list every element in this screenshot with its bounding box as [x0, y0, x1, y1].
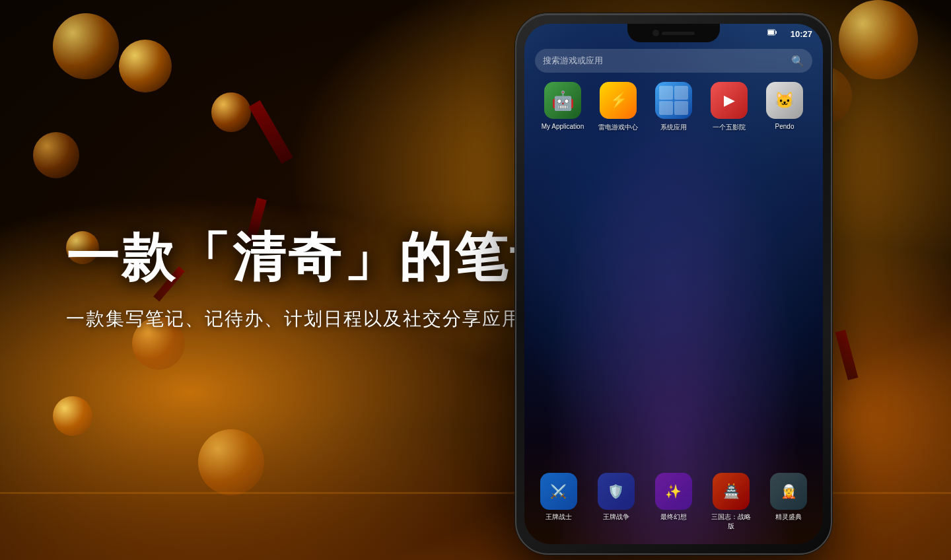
ribbon	[245, 197, 267, 244]
phone-screen: 10:27 搜索游戏或应用 🔍 🤖 My Application	[524, 24, 823, 544]
bokeh-orb	[33, 132, 79, 178]
game-img-5: 🧝	[770, 473, 807, 510]
game-img-3: ✨	[655, 473, 692, 510]
game-item-4[interactable]: 🏯 三国志：战略版	[709, 473, 754, 531]
app-label-pendo: Pendo	[775, 123, 794, 130]
game-icon-4: 🏯	[713, 473, 750, 510]
app-label-myapplication: My Application	[542, 123, 584, 130]
app-item-system[interactable]: 系统应用	[650, 82, 697, 132]
system-grid-icon	[655, 82, 692, 119]
film-play-icon: ▶	[724, 92, 735, 109]
app-item-pendo[interactable]: 🐱 Pendo	[761, 82, 808, 132]
game-img-4: 🏯	[713, 473, 750, 510]
app-grid-bottom: ⚔️ 王牌战士 🛡️ 王牌战争 ✨ 最终幻想	[524, 473, 823, 531]
game-img-1: ⚔️	[540, 473, 577, 510]
status-time: 10:27	[791, 29, 812, 39]
bokeh-orb	[66, 231, 99, 264]
app-icon-myapplication: 🤖	[544, 82, 581, 119]
svg-rect-1	[776, 31, 777, 34]
game-icon-2: 🛡️	[598, 473, 635, 510]
game-item-5[interactable]: 🧝 精灵盛典	[766, 473, 811, 531]
app-item-film[interactable]: ▶ 一个五影院	[705, 82, 753, 132]
search-icon: 🔍	[791, 55, 804, 67]
bokeh-orb	[839, 0, 918, 79]
earpiece-speaker	[662, 32, 695, 35]
app-label-system: 系统应用	[660, 123, 687, 132]
thunder-logo-symbol: ⚡	[610, 92, 627, 109]
game-label-2: 王牌战争	[603, 512, 629, 522]
app-icon-thunder: ⚡	[600, 82, 637, 119]
grid-cell	[659, 101, 673, 115]
grid-cell	[674, 101, 688, 115]
app-item-myapplication[interactable]: 🤖 My Application	[539, 82, 586, 132]
game-icon-3: ✨	[655, 473, 692, 510]
phone-mockup: 10:27 搜索游戏或应用 🔍 🤖 My Application	[515, 13, 832, 555]
game-label-1: 王牌战士	[546, 512, 572, 522]
app-icon-system	[655, 82, 692, 119]
app-icon-film: ▶	[711, 82, 748, 119]
game-label-3: 最终幻想	[660, 512, 687, 522]
grid-cell	[659, 86, 673, 100]
game-icon-5: 🧝	[770, 473, 807, 510]
app-label-film: 一个五影院	[713, 123, 746, 132]
bokeh-orb	[211, 92, 251, 132]
ribbon	[153, 266, 185, 302]
front-camera	[652, 30, 659, 36]
svg-rect-2	[768, 30, 774, 34]
game-icon-1: ⚔️	[540, 473, 577, 510]
search-placeholder: 搜索游戏或应用	[543, 55, 791, 67]
status-icons	[767, 29, 777, 36]
app-icon-pendo: 🐱	[766, 82, 803, 119]
app-label-thunder: 雷电游戏中心	[598, 123, 638, 132]
android-icon: 🤖	[544, 82, 581, 119]
bokeh-orb	[119, 40, 172, 92]
bokeh-orb	[132, 317, 185, 370]
app-item-thunder[interactable]: ⚡ 雷电游戏中心	[594, 82, 642, 132]
ribbon	[835, 330, 859, 380]
phone-frame: 10:27 搜索游戏或应用 🔍 🤖 My Application	[515, 13, 832, 555]
game-label-5: 精灵盛典	[775, 512, 802, 522]
game-item-1[interactable]: ⚔️ 王牌战士	[536, 473, 581, 531]
game-item-2[interactable]: 🛡️ 王牌战争	[594, 473, 639, 531]
phone-notch	[627, 24, 720, 42]
search-bar[interactable]: 搜索游戏或应用 🔍	[535, 49, 812, 73]
bokeh-orb	[53, 13, 119, 79]
pendo-cat-icon: 🐱	[775, 91, 794, 110]
battery-icon	[767, 29, 777, 36]
game-img-2: 🛡️	[598, 473, 635, 510]
app-grid-top: 🤖 My Application ⚡ 雷电游戏中心	[524, 82, 823, 132]
game-label-4: 三国志：战略版	[709, 512, 754, 531]
grid-cell	[674, 86, 688, 100]
ribbon	[248, 100, 293, 164]
game-item-3[interactable]: ✨ 最终幻想	[651, 473, 696, 531]
